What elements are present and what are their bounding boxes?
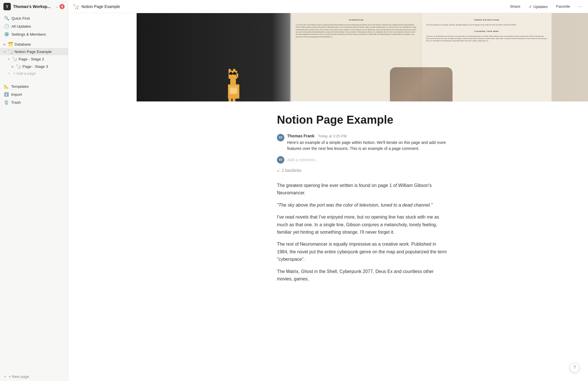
svg-rect-15	[230, 88, 237, 94]
comment-row: TF Add a comment...	[277, 156, 448, 164]
workspace-expand-icon[interactable]: ⌄	[55, 5, 58, 9]
expand-arrow-notion-page: ▼	[3, 50, 7, 53]
topbar-actions: Share ✓ Updates Favorite ···	[507, 3, 583, 10]
sidebar-nav: 🔍 Quick Find 🕐 All Updates ⚙️ Settings &…	[0, 13, 68, 39]
sidebar: T Thomas's Worksp... ⌄ 9 🔍 Quick Find 🕐 …	[0, 0, 68, 381]
backlinks-row[interactable]: ↙ 2 backlinks	[277, 168, 448, 173]
sidebar-item-quick-find[interactable]: 🔍 Quick Find	[2, 14, 66, 22]
updates-button[interactable]: ✓ Updates	[526, 3, 550, 10]
favorite-button[interactable]: Favorite	[553, 3, 573, 10]
body-paragraph-p2: "The sky above the port was the color of…	[277, 201, 448, 209]
sidebar-tree: ▶ 🗂️ Database ▼ 🦙 Notion Page Example ▼ …	[0, 39, 68, 78]
workspace-actions: ⌄ 9	[55, 4, 65, 9]
topbar-page-icon: 🦙	[73, 3, 79, 10]
main-content: HYPERFOCUS on my own part, I love writin…	[137, 13, 588, 381]
notification-badge[interactable]: 9	[59, 4, 65, 9]
svg-rect-10	[233, 73, 233, 74]
author-timestamp: Today at 3:25 PM	[318, 134, 347, 138]
database-label: Database	[15, 42, 66, 46]
author-avatar: TF	[277, 134, 284, 141]
clock-icon: 🕐	[4, 24, 9, 29]
stage3-icon: 🦙	[16, 64, 21, 69]
sidebar-item-page-stage3[interactable]: ▶ 🦙 Page - Stage 3	[0, 63, 68, 70]
expand-arrow-stage3: ▶	[11, 65, 15, 68]
updates-check-icon: ✓	[529, 5, 532, 9]
settings-label: Settings & Members	[11, 32, 46, 36]
workspace-icon: T	[3, 3, 11, 10]
add-page-label: + Add a page	[13, 71, 36, 76]
sidebar-item-templates[interactable]: 📐 Templates	[2, 82, 66, 90]
stage3-label: Page - Stage 3	[22, 64, 66, 69]
svg-rect-8	[229, 73, 233, 75]
expand-arrow-stage2: ▼	[7, 58, 11, 61]
sidebar-bottom-items: 📐 Templates ⬇️ Import 🗑️ Trash	[0, 82, 68, 106]
share-button[interactable]: Share	[507, 3, 523, 10]
import-label: Import	[11, 92, 22, 97]
topbar: 🦙 Notion Page Example Share ✓ Updates Fa…	[68, 0, 588, 13]
svg-rect-12	[229, 97, 231, 101]
svg-rect-11	[236, 75, 237, 76]
trash-icon: 🗑️	[4, 100, 9, 105]
sidebar-item-trash[interactable]: 🗑️ Trash	[2, 98, 66, 106]
sidebar-item-page-stage2[interactable]: ▼ 🦙 Page - Stage 2	[0, 55, 68, 63]
comment-avatar: TF	[277, 156, 284, 164]
trash-label: Trash	[11, 100, 21, 105]
quick-find-label: Quick Find	[11, 16, 30, 21]
author-name: Thomas Frank	[287, 134, 314, 138]
sidebar-item-notion-page[interactable]: ▼ 🦙 Notion Page Example	[0, 48, 68, 55]
cover-image: HYPERFOCUS on my own part, I love writin…	[137, 13, 588, 101]
workspace-header[interactable]: T Thomas's Worksp... ⌄ 9	[0, 0, 68, 13]
svg-rect-13	[233, 97, 235, 101]
stage2-icon: 🦙	[12, 56, 17, 62]
updates-label: Updates	[533, 5, 548, 9]
new-page-label: + New page	[9, 374, 29, 379]
import-icon: ⬇️	[4, 92, 9, 97]
add-page-plus-icon: +	[7, 71, 11, 76]
more-options-button[interactable]: ···	[576, 3, 583, 10]
author-name-timestamp: Thomas Frank Today at 3:25 PM	[287, 133, 448, 138]
svg-rect-9	[233, 73, 237, 75]
page-title: Notion Page Example	[277, 113, 448, 127]
comment-input[interactable]: Add a comment...	[287, 158, 318, 162]
llama-mascot	[222, 67, 245, 101]
search-icon: 🔍	[4, 16, 9, 21]
backlinks-arrow-icon: ↙	[277, 168, 280, 173]
add-subpage-button[interactable]: + + Add a page	[0, 70, 68, 77]
body-paragraph-p1: The greatest opening line ever written i…	[277, 182, 448, 197]
author-info: Thomas Frank Today at 3:25 PM Here's an …	[287, 133, 448, 152]
new-page-plus-icon: +	[4, 374, 6, 379]
page-body: Notion Page Example TF Thomas Frank Toda…	[260, 101, 465, 310]
templates-label: Templates	[11, 84, 29, 89]
gear-icon: ⚙️	[4, 32, 9, 37]
notion-page-label: Notion Page Example	[15, 50, 66, 54]
notion-page-icon: 🦙	[8, 49, 13, 54]
sidebar-item-import[interactable]: ⬇️ Import	[2, 90, 66, 98]
stage2-label: Page - Stage 2	[18, 57, 66, 61]
topbar-page-title: Notion Page Example	[81, 4, 505, 9]
author-comment: Here's an example of a simple page withi…	[287, 140, 448, 152]
database-icon: 🗂️	[8, 42, 13, 47]
sidebar-item-database[interactable]: ▶ 🗂️ Database	[0, 40, 68, 48]
new-page-button[interactable]: + + New page	[0, 372, 68, 381]
body-paragraph-p4: The rest of Neuromancer is equally impre…	[277, 241, 448, 263]
backlinks-label: 2 backlinks	[282, 168, 301, 173]
sidebar-item-all-updates[interactable]: 🕐 All Updates	[2, 22, 66, 30]
author-row: TF Thomas Frank Today at 3:25 PM Here's …	[277, 133, 448, 152]
body-paragraph-p3: I've read novels that I've enjoyed more,…	[277, 213, 448, 236]
help-button[interactable]: ?	[570, 363, 579, 372]
sidebar-item-settings[interactable]: ⚙️ Settings & Members	[2, 30, 66, 38]
expand-arrow-database: ▶	[3, 43, 7, 46]
svg-rect-14	[229, 86, 238, 88]
body-paragraph-p5: The Matrix, Ghost in the Shell, Cyberpun…	[277, 268, 448, 283]
templates-icon: 📐	[4, 84, 9, 89]
all-updates-label: All Updates	[11, 24, 31, 28]
workspace-name: Thomas's Worksp...	[13, 4, 53, 9]
